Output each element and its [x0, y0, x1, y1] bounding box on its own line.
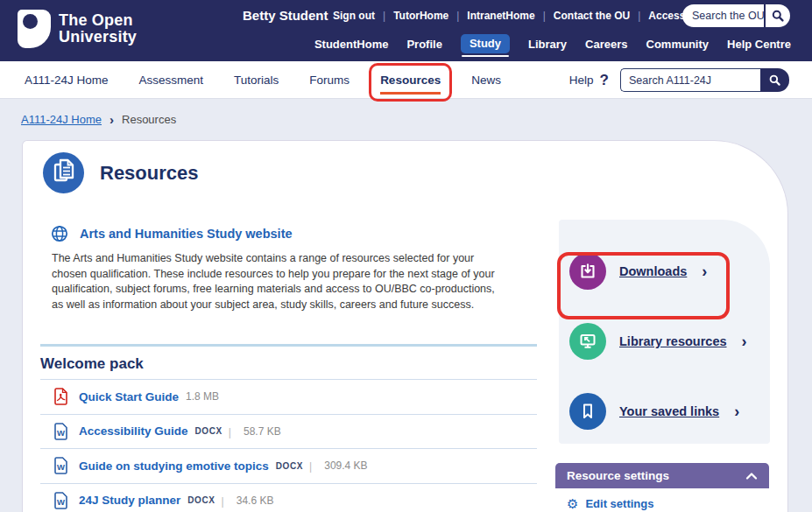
edit-settings-link[interactable]: Edit settings — [567, 497, 769, 510]
svg-text:W: W — [57, 462, 65, 472]
tab-news[interactable]: News — [471, 61, 501, 99]
breadcrumb-current: Resources — [122, 113, 176, 126]
intranethome-link[interactable]: IntranetHome — [467, 10, 553, 22]
active-tab-underline — [380, 92, 441, 95]
file-link[interactable]: Accessibility Guide — [79, 424, 188, 438]
ou-shield-icon — [18, 10, 51, 48]
file-link[interactable]: Guide on studying emotive topics — [79, 459, 269, 473]
monitor-arrow-icon — [569, 323, 606, 360]
word-file-icon: W — [53, 492, 68, 509]
globe-icon — [51, 225, 68, 242]
help-button[interactable]: Help — [569, 61, 609, 99]
nav-helpcentre[interactable]: Help Centre — [727, 38, 791, 51]
file-size: 34.6 KB — [237, 494, 274, 507]
course-search — [620, 68, 789, 92]
file-size: 58.7 KB — [244, 425, 281, 438]
file-row[interactable]: W Guide on studying emotive topics DOCX … — [40, 448, 537, 483]
search-icon — [768, 74, 781, 87]
tab-forums[interactable]: Forums — [309, 61, 350, 99]
file-row[interactable]: W Accessibility Guide DOCX 58.7 KB — [40, 414, 537, 449]
main-card: Resources Arts and Humanities Study webs… — [22, 140, 788, 512]
pdf-file-icon — [53, 388, 68, 405]
bookmark-icon — [569, 393, 606, 430]
downloads-link[interactable]: Downloads — [569, 253, 707, 290]
file-link[interactable]: 24J Study planner — [79, 494, 180, 507]
tab-course-home[interactable]: A111-24J Home — [25, 61, 109, 99]
course-search-button[interactable] — [760, 68, 789, 92]
nav-library[interactable]: Library — [528, 38, 567, 51]
tab-tutorials[interactable]: Tutorials — [234, 61, 279, 99]
signout-link[interactable]: Sign out — [333, 10, 393, 22]
chevron-right-icon — [109, 112, 114, 127]
download-icon — [569, 253, 606, 290]
separator — [222, 424, 237, 439]
file-row[interactable]: Quick Start Guide 1.8 MB — [40, 379, 537, 414]
resource-settings-panel: Resource settings Edit settings — [555, 463, 769, 512]
sidebar-panel: Downloads Library resources — [559, 220, 770, 444]
svg-text:W: W — [57, 496, 65, 506]
page: The Open University Betty Student Sign o… — [0, 0, 812, 512]
section-divider — [40, 344, 537, 347]
tab-resources[interactable]: Resources — [380, 61, 441, 99]
user-name: Betty Student — [243, 8, 328, 23]
search-icon — [771, 9, 785, 23]
chevron-right-icon — [734, 403, 739, 421]
course-nav: A111-24J Home Assessment Tutorials Forum… — [0, 61, 812, 99]
resource-settings-header[interactable]: Resource settings — [555, 463, 769, 488]
file-size: 309.4 KB — [324, 459, 367, 472]
file-list: Quick Start Guide 1.8 MB W Accessibility… — [40, 379, 537, 512]
ou-search — [682, 4, 790, 27]
file-link[interactable]: Quick Start Guide — [79, 390, 179, 403]
gear-icon — [567, 497, 578, 510]
chevron-right-icon — [742, 333, 747, 351]
word-file-icon: W — [53, 457, 68, 474]
tutorhome-link[interactable]: TutorHome — [393, 10, 467, 22]
nav-study[interactable]: Study — [461, 34, 510, 53]
portal-nav: StudentHome Profile Study Library Career… — [314, 33, 791, 54]
word-file-icon: W — [53, 423, 68, 440]
file-format: DOCX — [195, 426, 222, 436]
separator — [303, 458, 318, 473]
section-heading: Welcome pack — [40, 355, 144, 373]
separator — [215, 493, 230, 508]
breadcrumb: A111-24J Home Resources — [21, 99, 176, 140]
resource-settings-body: Edit settings — [555, 488, 769, 512]
nav-community[interactable]: Community — [646, 38, 710, 51]
breadcrumb-home-link[interactable]: A111-24J Home — [21, 113, 102, 126]
top-header: The Open University Betty Student Sign o… — [0, 0, 812, 61]
file-format: DOCX — [187, 495, 215, 505]
svg-text:W: W — [57, 427, 65, 437]
ou-search-input[interactable] — [682, 10, 764, 22]
nav-studenthome[interactable]: StudentHome — [314, 38, 389, 51]
ou-logo[interactable]: The Open University — [18, 10, 137, 48]
file-format: DOCX — [276, 461, 303, 471]
resources-icon — [43, 152, 84, 193]
contact-link[interactable]: Contact the OU — [554, 10, 648, 22]
study-website-link[interactable]: Arts and Humanities Study website — [51, 225, 293, 242]
utility-nav: Sign out TutorHome IntranetHome Contact … — [333, 10, 735, 22]
tab-assessment[interactable]: Assessment — [139, 61, 204, 99]
file-row[interactable]: W 24J Study planner DOCX 34.6 KB — [40, 483, 537, 512]
course-search-input[interactable] — [620, 68, 760, 92]
nav-careers[interactable]: Careers — [585, 38, 627, 51]
saved-links-link[interactable]: Your saved links — [569, 393, 739, 430]
help-icon — [600, 72, 609, 89]
chevron-right-icon — [702, 263, 707, 281]
page-title: Resources — [100, 162, 199, 185]
file-size: 1.8 MB — [186, 390, 219, 403]
library-resources-link[interactable]: Library resources — [569, 323, 747, 360]
ou-wordmark: The Open University — [59, 10, 137, 46]
nav-profile[interactable]: Profile — [406, 38, 441, 51]
chevron-up-icon — [745, 472, 758, 480]
ou-search-button[interactable] — [764, 4, 790, 27]
resource-settings-title: Resource settings — [567, 469, 669, 482]
description-text: The Arts and Humanities Study website co… — [52, 251, 503, 312]
page-title-row: Resources — [43, 152, 199, 193]
